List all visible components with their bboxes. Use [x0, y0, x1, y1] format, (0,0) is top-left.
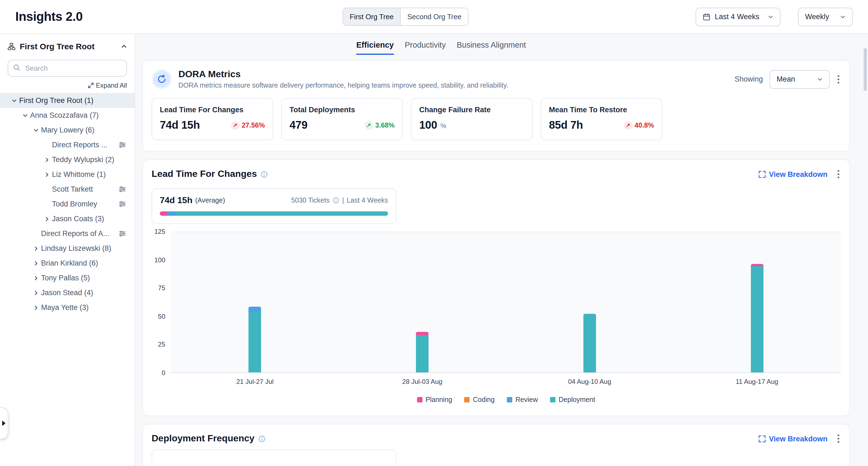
chevron-down-icon — [840, 14, 845, 20]
lead-time-summary-card: 74d 15h (Average) 5030 Tickets | Last 4 … — [152, 188, 396, 224]
chart-bar[interactable] — [249, 307, 261, 372]
granularity-select[interactable]: Weekly — [798, 7, 853, 26]
tree-item[interactable]: Brian Kirkland (6) — [0, 256, 135, 270]
info-icon[interactable] — [258, 435, 266, 442]
tree-item[interactable]: Jason Coats (3) — [0, 211, 135, 226]
tab-productivity[interactable]: Productivity — [405, 40, 446, 55]
tree-item-label: Direct Reports of A... — [41, 229, 109, 238]
dora-description: DORA metrics measure software delivery p… — [178, 82, 508, 89]
expand-corners-icon — [758, 171, 766, 178]
sidebar-collapse-handle[interactable] — [0, 407, 8, 439]
dora-title: DORA Metrics — [178, 69, 508, 80]
org-tree-toggle-second[interactable]: Second Org Tree — [401, 8, 468, 25]
aggregation-select[interactable]: Mean — [770, 70, 830, 88]
trend-up-icon: ↗ — [231, 121, 240, 129]
y-tick-label: 100 — [154, 256, 165, 264]
tree-item[interactable]: Anna Scozzafava (7) — [0, 108, 135, 123]
deployment-frequency-panel: Deployment Frequency View Breakdown — [142, 424, 850, 466]
chart-bar[interactable] — [751, 264, 763, 372]
tree-item[interactable]: Jason Stead (4) — [0, 285, 135, 300]
tree-item[interactable]: Scott Tarkett — [0, 182, 135, 197]
tab-business-alignment[interactable]: Business Alignment — [457, 40, 526, 55]
kebab-menu-icon[interactable] — [836, 74, 841, 85]
sidebar-title: First Org Tree Root — [20, 41, 117, 51]
kebab-menu-icon[interactable] — [836, 433, 841, 444]
metric-title: Change Failure Rate — [419, 106, 524, 114]
deployment-frequency-header: Deployment Frequency View Breakdown — [152, 433, 841, 444]
chevron-right-icon[interactable] — [31, 243, 41, 253]
org-tree-icon — [8, 42, 15, 50]
chart-bar[interactable] — [583, 314, 596, 372]
tree-item-label: Todd Bromley — [52, 200, 97, 208]
tab-efficiency[interactable]: Efficiency — [356, 40, 394, 55]
view-breakdown-button[interactable]: View Breakdown — [758, 435, 828, 443]
expand-all-button[interactable]: Expand All — [0, 77, 135, 93]
kebab-menu-icon[interactable] — [836, 169, 841, 180]
tree-item[interactable]: Mary Lowery (6) — [0, 123, 135, 138]
chevron-right-icon[interactable] — [41, 170, 52, 179]
legend-item: Review — [507, 396, 538, 404]
bar-segment-deployment — [583, 314, 596, 372]
tree-item-label: Direct Reports ... — [52, 141, 107, 149]
phase-distribution-bar — [160, 211, 388, 216]
sliders-icon[interactable] — [119, 230, 126, 237]
chevron-right-icon[interactable] — [31, 258, 41, 268]
dora-header: DORA Metrics DORA metrics measure softwa… — [152, 69, 841, 89]
view-tabs: EfficiencyProductivityBusiness Alignment — [356, 40, 526, 55]
info-icon[interactable] — [333, 197, 339, 204]
lead-time-chart: 0255075100125 — [152, 232, 841, 373]
sliders-icon[interactable] — [119, 186, 126, 193]
scrollbar[interactable] — [864, 48, 867, 91]
chevron-right-icon[interactable] — [41, 214, 52, 224]
lead-time-actions: View Breakdown — [758, 169, 841, 180]
summary-bar-segment-deployment — [176, 211, 388, 216]
tree-item-label: Teddy Wylupski (2) — [52, 155, 114, 164]
tree-item[interactable]: Lindsay Liszewski (8) — [0, 241, 135, 256]
org-tree-sidebar: First Org Tree Root Expand All First Org… — [0, 34, 135, 466]
y-tick-label: 0 — [162, 369, 165, 377]
sliders-icon[interactable] — [119, 200, 126, 207]
tree-item[interactable]: Direct Reports of A... — [0, 226, 135, 241]
org-tree-toggle-first[interactable]: First Org Tree — [343, 8, 401, 25]
summary-meta: 5030 Tickets | Last 4 Weeks — [291, 197, 388, 204]
bar-segment-review — [249, 307, 261, 313]
bar-segment-deployment — [249, 312, 261, 372]
chevron-down-icon[interactable] — [9, 95, 19, 106]
org-tree: First Org Tree Root (1)Anna Scozzafava (… — [0, 93, 135, 315]
tree-item[interactable]: Direct Reports ... — [0, 138, 135, 152]
chevron-down-icon[interactable] — [31, 125, 41, 135]
chevron-up-icon[interactable] — [121, 43, 127, 49]
view-breakdown-button[interactable]: View Breakdown — [758, 170, 828, 178]
tree-item-label: Jason Stead (4) — [41, 289, 93, 297]
summary-bar-segment-planning — [160, 211, 167, 216]
chevron-right-icon[interactable] — [31, 302, 41, 312]
legend-item: Planning — [417, 396, 452, 404]
search-input[interactable] — [8, 60, 127, 77]
trend-value: 27.56% — [242, 121, 265, 129]
legend-label: Deployment — [559, 396, 595, 404]
chevron-right-icon[interactable] — [31, 273, 41, 283]
chart-bar[interactable] — [416, 331, 429, 372]
tree-item[interactable]: Todd Bromley — [0, 197, 135, 211]
sliders-icon[interactable] — [119, 141, 126, 148]
chevron-right-icon[interactable] — [31, 288, 41, 298]
view-breakdown-label: View Breakdown — [769, 170, 828, 178]
chevron-right-icon[interactable] — [41, 155, 52, 165]
tree-item[interactable]: Liz Whittome (1) — [0, 167, 135, 182]
tree-item[interactable]: Maya Yette (3) — [0, 300, 135, 315]
tree-item[interactable]: First Org Tree Root (1) — [0, 93, 135, 108]
metric-title: Lead Time For Changes — [160, 106, 265, 114]
chevron-down-icon[interactable] — [20, 110, 30, 120]
aggregation-value: Mean — [777, 75, 795, 83]
date-range-select[interactable]: Last 4 Weeks — [695, 7, 780, 26]
tree-item[interactable]: Tony Pallas (5) — [0, 270, 135, 285]
top-bar: Insights 2.0 First Org Tree Second Org T… — [0, 0, 868, 34]
tree-item-label: Maya Yette (3) — [41, 303, 89, 312]
chevron-spacer — [41, 184, 52, 194]
granularity-value: Weekly — [805, 12, 829, 21]
x-tick-label: 04 Aug-10 Aug — [568, 378, 611, 385]
bar-segment-planning — [416, 331, 429, 335]
info-icon[interactable] — [261, 171, 268, 178]
tree-item[interactable]: Teddy Wylupski (2) — [0, 152, 135, 167]
tree-item-label: Tony Pallas (5) — [41, 274, 90, 282]
